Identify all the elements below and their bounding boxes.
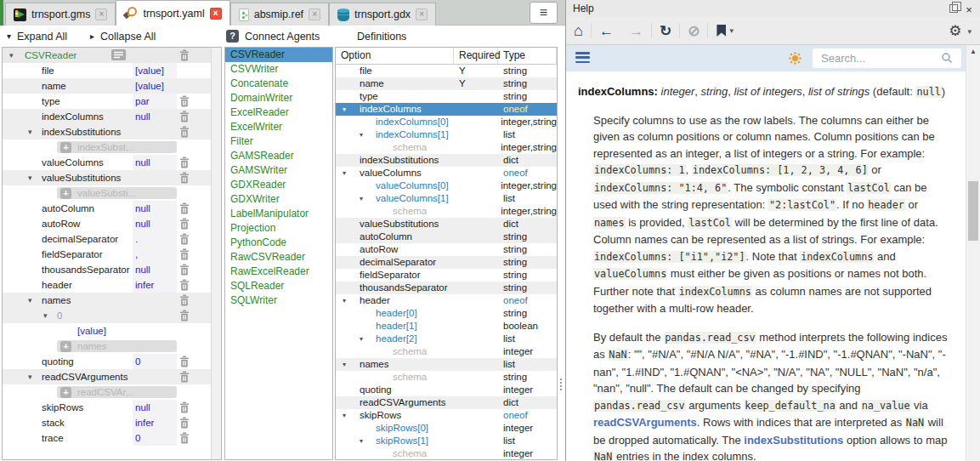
definition-row[interactable]: ▾ name Y string: [336, 77, 557, 90]
agent-item[interactable]: Filter: [225, 134, 332, 149]
tree-row[interactable]: ▾ + trace 0: [3, 430, 211, 446]
expander-icon[interactable]: ▾: [343, 294, 346, 307]
agent-item[interactable]: RawExcelReader: [225, 265, 332, 279]
column-header-option[interactable]: Option: [336, 48, 454, 64]
definition-row[interactable]: ▾ names list: [336, 358, 557, 371]
bookmark-icon[interactable]: [717, 25, 726, 37]
tree-row[interactable]: ▾ + [value]: [3, 323, 211, 339]
definition-row[interactable]: ▾ file Y string: [336, 65, 557, 77]
tree-item-value[interactable]: null: [133, 109, 177, 124]
definition-row[interactable]: ▾ indexSubstitutions dict: [336, 154, 557, 167]
definition-row[interactable]: ▾ indexColumns[0] integer,string: [336, 116, 557, 128]
definition-row[interactable]: ▾ valueColumns[1] list: [336, 192, 557, 205]
pane-splitter[interactable]: [558, 47, 565, 460]
scrollbar-thumb[interactable]: [968, 181, 978, 241]
expander-icon[interactable]: ▾: [360, 128, 363, 141]
tree-row[interactable]: ▾ + file [value]: [3, 63, 211, 78]
home-icon[interactable]: ⌂: [574, 23, 583, 38]
agent-item[interactable]: PythonCode: [225, 236, 332, 250]
tree-row[interactable]: ▾ + valueSubsti...: [3, 185, 211, 201]
agent-item[interactable]: RawCSVReader: [225, 250, 332, 265]
definition-row[interactable]: ▾ valueColumns[0] integer,string: [336, 179, 557, 192]
definition-row[interactable]: ▾ skipRows[1] list: [336, 435, 557, 447]
definition-row[interactable]: ▾ valueSubstitutions dict: [336, 218, 557, 230]
stop-icon[interactable]: ⊘: [688, 24, 700, 38]
expander-icon[interactable]: ▾: [343, 103, 346, 116]
tree-item-value[interactable]: null: [133, 262, 177, 277]
expander-icon[interactable]: ▾: [343, 409, 346, 422]
refresh-icon[interactable]: ↻: [660, 24, 671, 38]
tree-item-value[interactable]: 0: [133, 430, 177, 446]
definition-row[interactable]: ▾ header[2] list: [336, 333, 557, 345]
search-icon[interactable]: [941, 52, 953, 67]
definition-row[interactable]: ▾ autoColumn string: [336, 230, 557, 243]
tree-item-value[interactable]: infer: [133, 277, 177, 293]
tree-row[interactable]: ▾ + skipRows null: [3, 400, 211, 415]
trash-icon[interactable]: [179, 432, 190, 448]
definition-row[interactable]: ▾ quoting integer: [336, 384, 557, 396]
definition-row[interactable]: ▾ skipRows oneof: [336, 409, 557, 422]
tree-item-value[interactable]: ,: [133, 247, 177, 262]
chevron-down-icon[interactable]: ▾: [729, 26, 734, 35]
tab-menu-button[interactable]: ≡: [530, 2, 558, 24]
tab[interactable]: trnsport.gms ×: [5, 3, 116, 26]
definition-row[interactable]: ▾ indexColumns oneof: [336, 103, 557, 116]
definition-row[interactable]: ▾ type string: [336, 90, 557, 103]
tree-item-value[interactable]: null: [133, 216, 177, 231]
tree-row[interactable]: ▾ + stack infer: [3, 415, 211, 430]
close-icon[interactable]: ×: [210, 8, 222, 20]
tree-row[interactable]: ▾ + readCSVArguments: [3, 369, 211, 384]
forward-icon[interactable]: →: [629, 24, 643, 38]
definition-row[interactable]: ▾ fieldSeparator string: [336, 269, 557, 282]
tree-row[interactable]: ▾ + header infer: [3, 277, 211, 293]
scroll-up-icon[interactable]: ▲: [966, 45, 980, 58]
agent-item[interactable]: GDXReader: [225, 178, 332, 192]
tree-row[interactable]: ▾ + names: [3, 339, 211, 354]
definition-row[interactable]: ▾ readCSVArguments dict: [336, 396, 557, 409]
definition-row[interactable]: ▾ schema integer,string: [336, 205, 557, 218]
tree-item-value[interactable]: [value]: [133, 78, 177, 94]
definition-row[interactable]: ▾ header[0] string: [336, 307, 557, 320]
definition-row[interactable]: ▾ decimalSeparator string: [336, 256, 557, 269]
tree-row[interactable]: ▾ + 0: [3, 308, 211, 323]
tree-row[interactable]: ▾ + type par: [3, 94, 211, 109]
agent-item[interactable]: SQLReader: [225, 279, 332, 293]
column-header-type[interactable]: Type: [498, 48, 557, 64]
back-icon[interactable]: ←: [599, 24, 614, 38]
tree-row[interactable]: ▾ + CSVReader: [3, 48, 211, 63]
definition-row[interactable]: ▾ schema string: [336, 371, 557, 384]
tree-item-value[interactable]: infer: [133, 415, 177, 430]
tab[interactable]: trnsport.gdx ×: [329, 3, 436, 26]
expander-icon[interactable]: ▾: [360, 192, 363, 205]
tab[interactable]: absmip.ref ×: [230, 3, 329, 26]
tree-row[interactable]: ▾ + valueColumns null: [3, 155, 211, 170]
agent-item[interactable]: ExcelWriter: [225, 120, 332, 134]
close-icon[interactable]: ×: [309, 9, 320, 20]
definition-row[interactable]: ▾ thousandsSeparator string: [336, 282, 557, 294]
column-header-required[interactable]: Required: [454, 48, 498, 64]
help-question-icon[interactable]: ?: [226, 30, 239, 43]
tree-item-value[interactable]: 0: [133, 354, 177, 369]
definition-row[interactable]: ▾ schema integer: [336, 345, 557, 358]
tree-item-value[interactable]: par: [133, 94, 177, 109]
tree-row[interactable]: ▾ + indexSubstitutions: [3, 124, 211, 139]
tree-row[interactable]: ▾ + autoColumn null: [3, 201, 211, 216]
expander-icon[interactable]: ▾: [343, 358, 346, 371]
tree-row[interactable]: ▾ + names: [3, 293, 211, 308]
tree-row[interactable]: ▾ + autoRow null: [3, 216, 211, 231]
tree-item-value[interactable]: .: [133, 231, 177, 247]
tree-row[interactable]: ▾ + readCSVAr...: [3, 384, 211, 400]
tab[interactable]: trnsport.yaml ×: [116, 0, 229, 26]
menu-icon[interactable]: [575, 52, 590, 64]
close-window-icon[interactable]: ×: [963, 2, 975, 19]
restore-window-icon[interactable]: [949, 4, 958, 13]
definition-row[interactable]: ▾ schema integer: [336, 447, 557, 460]
tree-item-value[interactable]: null: [133, 400, 177, 415]
definition-row[interactable]: ▾ valueColumns oneof: [336, 167, 557, 179]
definition-row[interactable]: ▾ indexColumns[1] list: [336, 128, 557, 141]
definition-row[interactable]: ▾ header[1] boolean: [336, 320, 557, 333]
chevron-down-icon[interactable]: ▾: [967, 27, 972, 36]
definition-row[interactable]: ▾ autoRow string: [336, 243, 557, 256]
close-icon[interactable]: ×: [416, 9, 428, 20]
agent-item[interactable]: GDXWriter: [225, 192, 332, 207]
